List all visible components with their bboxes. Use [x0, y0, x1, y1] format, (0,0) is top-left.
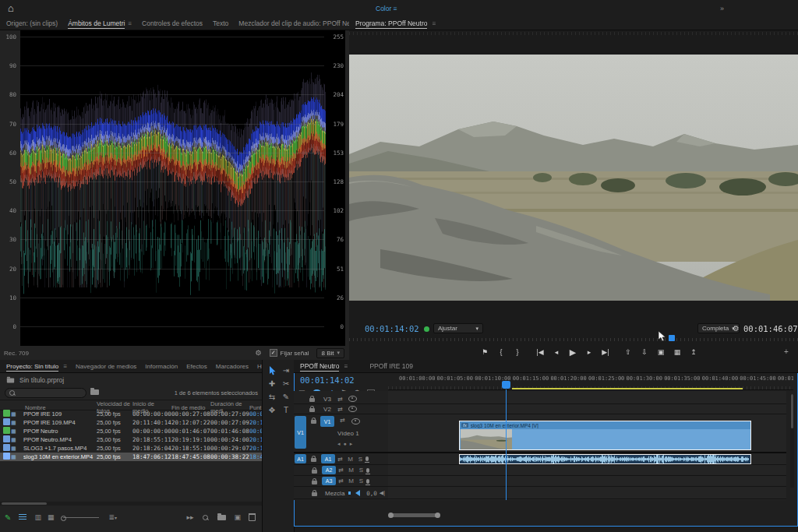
breadcrumb[interactable]: Sin título.prproj — [19, 376, 64, 384]
speaker-icon[interactable] — [355, 490, 360, 496]
sync-lock-icon[interactable]: ⇄ — [335, 406, 345, 413]
tab-effects[interactable]: Efectos — [186, 363, 207, 370]
list-view-button[interactable] — [19, 514, 26, 520]
tab-media-browser[interactable]: Navegador de medios — [76, 363, 136, 370]
track-header-a3[interactable]: A3 ⇄ M S — [294, 476, 388, 486]
tab-sequence-ppoff-ire-109[interactable]: PPOff IRE 109 — [369, 362, 413, 370]
project-table-header[interactable]: Nombre Velocidad de fotog Inicio de medi… — [0, 400, 270, 410]
label-color-chip[interactable] — [3, 410, 10, 417]
step-back-button[interactable]: ◂ — [552, 348, 561, 356]
zoom-level-dropdown[interactable]: Ajustar▾ — [433, 323, 483, 333]
project-row[interactable]: ▦ slog3 10M en exterior.MP4 25,00 fps 18… — [0, 453, 270, 461]
slip-tool[interactable]: ⇆ — [266, 391, 278, 403]
home-icon[interactable]: ⌂ — [8, 2, 14, 14]
label-color-chip[interactable] — [3, 444, 10, 451]
automate-to-sequence-button[interactable]: ▸▸ — [186, 513, 193, 521]
lock-icon[interactable] — [312, 492, 317, 496]
pen-tool[interactable]: ✎ — [280, 391, 292, 403]
mute-button[interactable]: M — [346, 477, 356, 484]
label-color-chip[interactable] — [3, 418, 10, 425]
label-color-chip[interactable] — [3, 435, 10, 442]
track-target-v2[interactable]: V2 — [320, 406, 335, 413]
program-scrub-bar[interactable] — [349, 338, 798, 341]
track-target-a1[interactable]: A1 — [321, 454, 335, 463]
compare-view-button[interactable]: ▦ — [673, 348, 682, 356]
tab-lumetri-scopes[interactable]: Ámbitos de Lumetri≡ — [68, 19, 132, 27]
sync-lock-icon[interactable]: ⇄ — [335, 456, 345, 463]
track-header-v2[interactable]: V2 ⇄ — [294, 404, 388, 414]
playhead-handle[interactable] — [502, 381, 510, 389]
track-target-v1[interactable]: V1 — [320, 416, 334, 427]
panel-menu-icon[interactable]: ≡ — [128, 20, 132, 27]
project-row[interactable]: ▦ PPOff Neutro 25,00 fps 00:00:00:00 00:… — [0, 427, 270, 435]
find-button[interactable] — [203, 515, 208, 520]
sync-lock-icon[interactable]: ⇄ — [335, 396, 345, 403]
program-current-timecode[interactable]: 00:01:14:02 — [365, 324, 419, 333]
hand-tool[interactable]: ✥ — [266, 404, 278, 416]
workspace-tab[interactable]: Color ≡ — [376, 5, 397, 12]
add-marker-button[interactable]: ⚑ — [480, 348, 489, 356]
project-row[interactable]: ▦ PPOff IRE 109 25,00 fps 00:00:00:00 00… — [0, 410, 270, 418]
new-search-bin-icon[interactable] — [90, 389, 99, 395]
project-row[interactable]: ▦ SLOG3 +1.7 pasos.MP4 25,00 fps 20:18:2… — [0, 444, 270, 453]
track-header-master[interactable]: Mezcla 0,0 ◀| — [294, 488, 388, 499]
ripple-edit-tool[interactable]: ✚ — [266, 378, 278, 389]
tab-source-monitor[interactable]: Origen: (sin clips) — [6, 19, 58, 27]
program-settings-wrench-icon[interactable]: ⚙ — [733, 324, 740, 333]
project-row[interactable]: ▦ PPOff Neutro.MP4 25,00 fps 20:18:55:11… — [0, 435, 270, 444]
tab-text[interactable]: Texto — [213, 19, 228, 27]
icon-view-button[interactable]: ▥ — [34, 513, 41, 521]
program-playhead-marker[interactable] — [669, 335, 675, 341]
keyframe-controls[interactable]: ◂●▸ — [337, 441, 355, 447]
playhead-line[interactable] — [506, 389, 507, 500]
track-header-a1[interactable]: A1 A1 ⇄ M S — [294, 453, 388, 464]
clamp-signal-checkbox[interactable]: ✓ — [270, 349, 277, 357]
panel-menu-icon[interactable]: ≡ — [433, 20, 436, 27]
panel-menu-icon[interactable]: ≡ — [344, 363, 348, 370]
track-target-a3[interactable]: A3 — [322, 477, 336, 485]
track-header-v1[interactable]: V1 V1 ⇄ Vídeo 1 ◂●▸ — [294, 414, 388, 452]
sync-lock-icon[interactable]: ⇄ — [337, 417, 348, 424]
go-to-in-button[interactable]: |◀ — [535, 348, 545, 356]
voiceover-mic-icon[interactable] — [366, 468, 369, 473]
sync-lock-icon[interactable]: ⇄ — [336, 477, 346, 484]
lift-button[interactable]: ⇧ — [623, 348, 633, 356]
tab-sequence-ppoff-neutro[interactable]: PPOff Neutro ≡ — [300, 362, 348, 370]
delete-button[interactable] — [249, 513, 256, 521]
track-target-v3[interactable]: V3 — [320, 396, 335, 403]
label-color-chip[interactable] — [3, 427, 10, 434]
lock-icon[interactable] — [311, 420, 316, 424]
track-header-a2[interactable]: A2 ⇄ M S — [294, 465, 388, 475]
label-color-chip[interactable] — [3, 453, 10, 460]
go-to-out-button[interactable]: ▶| — [601, 348, 610, 356]
tab-project[interactable]: Proyecto: Sin título ≡ — [6, 363, 67, 370]
mute-button[interactable]: M — [345, 456, 355, 463]
bit-depth-dropdown[interactable]: 8 Bit▾ — [316, 348, 344, 358]
project-hscrollbar[interactable] — [0, 502, 262, 506]
workspace-overflow-icon[interactable]: » — [720, 5, 724, 12]
track-target-a2[interactable]: A2 — [322, 466, 336, 474]
track-header-v3[interactable]: V3 ⇄ — [294, 394, 388, 403]
tab-markers[interactable]: Marcadores — [216, 363, 249, 370]
video-clip[interactable]: fx slog3 10M en exterior.MP4 [V] — [459, 421, 751, 450]
tab-audio-clip-mixer[interactable]: Mezclador del clip de audio: PPOff Neutr… — [238, 19, 349, 27]
mark-out-button[interactable]: } — [513, 348, 522, 356]
timeline-current-timecode[interactable]: 00:01:14:02 — [300, 375, 355, 385]
sort-icon[interactable]: ≣▾ — [108, 513, 117, 521]
type-tool[interactable]: T — [280, 404, 292, 416]
step-forward-button[interactable]: ▸ — [584, 348, 594, 356]
razor-tool[interactable]: ✂ — [280, 378, 292, 389]
track-output-eye-icon[interactable] — [351, 418, 360, 425]
track-output-eye-icon[interactable] — [348, 406, 357, 412]
source-patch-a1[interactable]: A1 — [295, 454, 306, 463]
voiceover-mic-icon[interactable] — [365, 456, 369, 461]
track-name-label[interactable]: Vídeo 1 — [337, 430, 359, 437]
freeform-view-button[interactable]: ▦ — [48, 513, 55, 521]
selection-tool[interactable] — [266, 365, 278, 376]
new-bin-button[interactable] — [217, 515, 226, 520]
lock-icon[interactable] — [309, 408, 315, 412]
track-output-eye-icon[interactable] — [348, 396, 357, 402]
lock-icon[interactable] — [312, 481, 317, 484]
timeline-vscrollbar[interactable] — [790, 394, 794, 488]
tab-program-monitor[interactable]: Programa: PPOff Neutro ≡ — [355, 19, 436, 27]
